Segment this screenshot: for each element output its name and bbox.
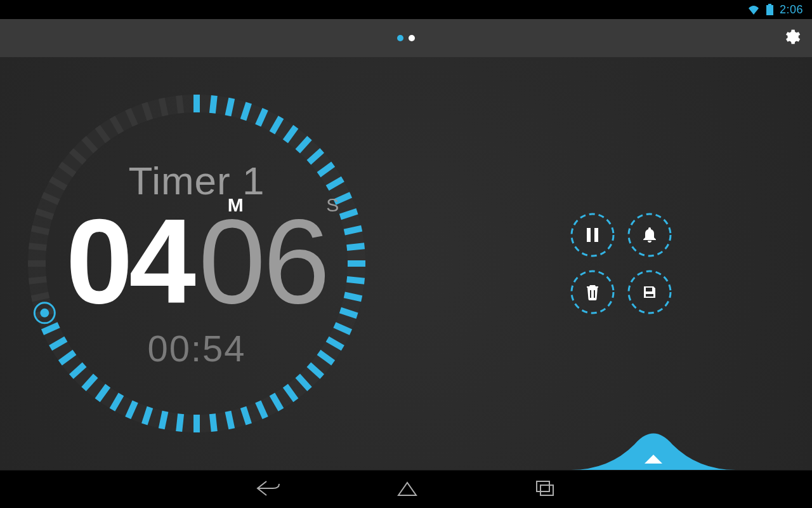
home-icon [395, 479, 420, 498]
trash-icon [586, 284, 599, 300]
svg-rect-0 [766, 5, 773, 15]
chevron-up-icon [645, 455, 662, 464]
wifi-icon [747, 4, 760, 15]
android-status-bar: 2:06 [0, 0, 812, 19]
battery-icon [766, 4, 773, 15]
svg-line-17 [347, 246, 365, 248]
svg-line-5 [228, 98, 232, 116]
svg-rect-73 [650, 288, 652, 291]
bell-icon [641, 226, 658, 244]
action-buttons [570, 212, 672, 315]
svg-rect-75 [540, 485, 553, 495]
svg-line-16 [344, 229, 362, 232]
svg-rect-74 [537, 481, 549, 491]
main-content: Timer 1 04 M 06 S 00:54 [0, 57, 812, 470]
app-header [0, 19, 812, 57]
pause-button[interactable] [570, 212, 615, 258]
svg-rect-70 [590, 290, 591, 298]
svg-line-62 [179, 95, 181, 113]
svg-rect-1 [768, 4, 771, 5]
svg-rect-67 [594, 228, 598, 242]
svg-line-19 [347, 279, 365, 281]
home-button[interactable] [395, 479, 420, 500]
status-bar-time: 2:06 [780, 3, 803, 17]
svg-line-32 [213, 414, 214, 432]
svg-line-47 [29, 279, 46, 281]
recent-apps-button[interactable] [534, 479, 557, 500]
back-button[interactable] [255, 479, 280, 500]
recent-icon [534, 479, 557, 498]
gear-icon [782, 27, 801, 46]
page-dot-active [397, 35, 403, 41]
timer-dial[interactable]: Timer 1 04 M 06 S 00:54 [19, 86, 374, 441]
drawer-handle[interactable] [571, 413, 736, 470]
page-indicator[interactable] [397, 35, 415, 41]
settings-button[interactable] [782, 27, 801, 49]
svg-line-35 [162, 411, 166, 429]
svg-line-61 [162, 98, 166, 116]
svg-line-34 [179, 414, 181, 432]
back-icon [255, 479, 280, 498]
svg-rect-66 [587, 228, 591, 242]
page-dot-inactive [409, 35, 415, 41]
svg-point-2 [37, 104, 357, 424]
pause-icon [586, 227, 599, 243]
delete-button[interactable] [570, 269, 615, 315]
svg-line-50 [32, 229, 49, 232]
svg-line-4 [213, 95, 214, 113]
svg-line-31 [228, 411, 232, 429]
save-icon [642, 284, 657, 300]
android-nav-bar [0, 470, 812, 508]
alarm-button[interactable] [627, 212, 672, 258]
svg-line-49 [29, 246, 46, 248]
svg-point-64 [40, 309, 49, 318]
svg-line-20 [344, 295, 362, 298]
svg-rect-71 [594, 290, 595, 298]
save-button[interactable] [627, 269, 672, 315]
svg-line-46 [32, 295, 49, 298]
